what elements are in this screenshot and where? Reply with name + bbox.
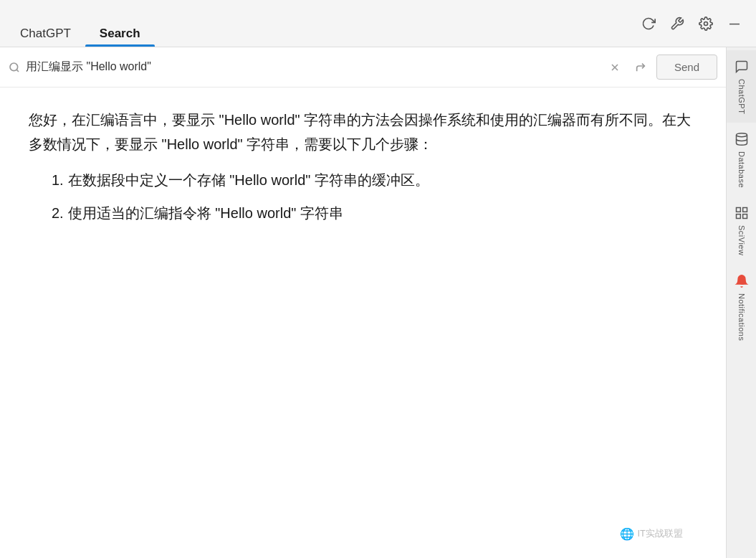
wrench-button[interactable] — [664, 11, 690, 37]
search-actions: Send — [605, 55, 717, 80]
watermark-icon: 🌐 — [620, 524, 634, 544]
send-button[interactable]: Send — [656, 55, 717, 80]
sidebar-item-notifications[interactable]: Notifications — [727, 265, 756, 349]
svg-point-0 — [704, 22, 708, 25]
title-bar-tabs: ChatGPT Search — [0, 0, 627, 47]
redo-icon — [635, 62, 646, 73]
title-bar-actions: — — [627, 0, 756, 47]
refresh-icon — [641, 16, 656, 31]
chat-content: 您好，在汇编语言中，要显示 "Hello world" 字符串的方法会因操作系统… — [0, 88, 726, 558]
content-area: Send 您好，在汇编语言中，要显示 "Hello world" 字符串的方法会… — [0, 47, 726, 558]
svg-rect-7 — [742, 208, 747, 212]
list-item: 1. 在数据段中定义一个存储 "Hello world" 字符串的缓冲区。 — [52, 168, 697, 192]
sidebar-label-database: Database — [737, 151, 746, 188]
clear-button[interactable] — [605, 57, 625, 77]
sidebar-label-notifications: Notifications — [737, 293, 746, 341]
gear-icon — [699, 16, 713, 31]
wrench-icon — [670, 16, 684, 31]
tab-search[interactable]: Search — [85, 0, 155, 47]
right-sidebar: ChatGPT Database — [726, 47, 756, 558]
chat-sidebar-icon — [734, 59, 750, 75]
watermark: 🌐 IT实战联盟 — [620, 524, 683, 544]
svg-line-2 — [16, 70, 19, 72]
search-icon-wrap — [9, 62, 20, 73]
search-bar: Send — [0, 47, 726, 88]
refresh-button[interactable] — [636, 11, 661, 37]
sidebar-label-chatgpt: ChatGPT — [737, 79, 746, 114]
sidebar-item-chatgpt[interactable]: ChatGPT — [727, 50, 756, 123]
redo-button[interactable] — [631, 57, 651, 77]
settings-button[interactable] — [693, 11, 719, 37]
main-layout: Send 您好，在汇编语言中，要显示 "Hello world" 字符串的方法会… — [0, 47, 756, 558]
search-icon — [9, 62, 20, 73]
chat-list: 1. 在数据段中定义一个存储 "Hello world" 字符串的缓冲区。 2.… — [52, 168, 697, 225]
sidebar-item-database[interactable]: Database — [727, 123, 756, 197]
title-bar: ChatGPT Search — — [0, 0, 756, 47]
notification-dot — [740, 279, 745, 285]
minimize-button[interactable]: — — [722, 11, 747, 37]
search-input[interactable] — [26, 61, 599, 74]
svg-rect-6 — [736, 208, 740, 212]
sidebar-item-sciview[interactable]: SciView — [727, 197, 756, 264]
database-sidebar-icon — [734, 131, 750, 147]
minimize-icon: — — [729, 18, 740, 29]
svg-point-1 — [10, 63, 18, 71]
svg-rect-8 — [736, 214, 740, 219]
sciview-sidebar-icon — [734, 205, 750, 221]
sidebar-label-sciview: SciView — [737, 225, 746, 255]
list-item: 2. 使用适当的汇编指令将 "Hello world" 字符串 — [52, 201, 697, 225]
svg-rect-9 — [742, 214, 747, 219]
tab-chatgpt[interactable]: ChatGPT — [6, 0, 85, 47]
chat-paragraph-1: 您好，在汇编语言中，要显示 "Hello world" 字符串的方法会因操作系统… — [29, 108, 697, 156]
close-icon — [609, 62, 621, 73]
svg-point-5 — [736, 133, 747, 137]
